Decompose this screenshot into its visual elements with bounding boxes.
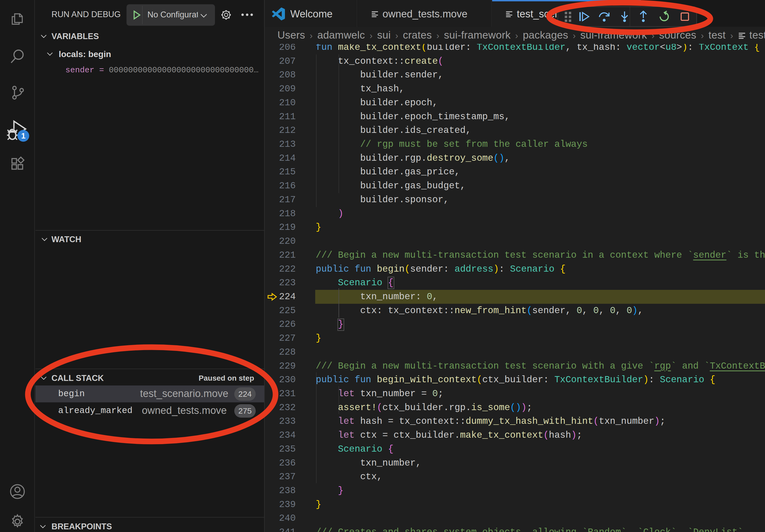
svg-text:1: 1 bbox=[21, 132, 25, 140]
